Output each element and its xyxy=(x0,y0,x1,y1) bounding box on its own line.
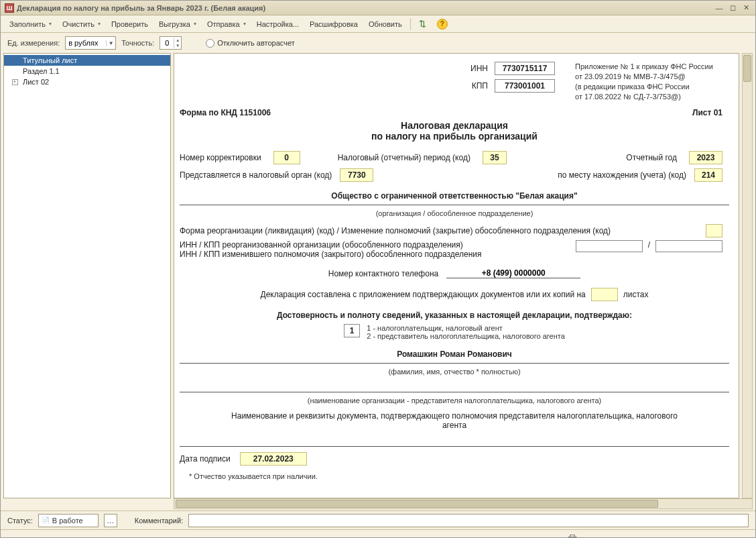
confirm-opt-1: 1 - налогоплательщик, налоговый агент xyxy=(367,324,565,332)
order-line: Приложение № 1 к приказу ФНС России xyxy=(575,62,729,72)
tree-item-sheet-02[interactable]: + Лист 02 xyxy=(4,76,170,87)
spin-down-icon[interactable]: ▼ xyxy=(174,43,181,48)
document-icon: 📄 xyxy=(42,517,50,525)
form-viewport[interactable]: ИНН 7730715117 КПП 773001001 Приложение … xyxy=(174,53,739,498)
window-controls: — ◻ ✕ xyxy=(714,3,751,13)
send-button[interactable]: Отправка xyxy=(202,18,251,30)
confirm-opt-2: 2 - представитель налогоплательщика, нал… xyxy=(367,332,565,340)
print-button[interactable]: Печать xyxy=(561,534,617,539)
print-label: Печать xyxy=(580,536,604,539)
org-subtitle: (организация / обособленное подразделени… xyxy=(180,209,729,217)
form-code-label: Форма по КНД 1151006 xyxy=(180,108,271,117)
autocalc-label: Отключить авторасчет xyxy=(217,39,295,47)
reorg-code-field[interactable] xyxy=(706,224,722,237)
correction-label: Номер корректировки xyxy=(180,153,261,162)
reorg-label: Форма реорганизации (ликвидация) (код) /… xyxy=(180,226,700,235)
status-field[interactable]: 📄 В работе xyxy=(38,514,99,527)
tree-item-label: Титульный лист xyxy=(23,56,77,64)
scrollbar-thumb[interactable] xyxy=(176,500,658,508)
sign-date-label: Дата подписи xyxy=(180,454,231,464)
kpp-field[interactable]: 773001001 xyxy=(495,79,555,93)
options-bar: Ед. измерения: ▼ Точность: ▲ ▼ Отключить… xyxy=(1,33,755,53)
section-tree[interactable]: Титульный лист Раздел 1.1 + Лист 02 xyxy=(3,53,171,498)
declaration-form: ИНН 7730715117 КПП 773001001 Приложение … xyxy=(180,62,729,480)
toolbar-separator xyxy=(410,18,411,30)
refresh-button[interactable]: Обновить xyxy=(364,18,407,30)
order-info: Приложение № 1 к приказу ФНС России от 2… xyxy=(575,62,729,101)
form-wrap: ИНН 7730715117 КПП 773001001 Приложение … xyxy=(174,53,755,498)
close-button[interactable]: Закрыть xyxy=(707,534,749,539)
horizontal-scrollbar[interactable] xyxy=(174,498,753,509)
settings-button[interactable]: Настройка... xyxy=(252,18,304,30)
phone-label: Номер контактного телефона xyxy=(328,269,438,278)
main-area: Титульный лист Раздел 1.1 + Лист 02 ИНН … xyxy=(1,53,755,498)
unit-label: Ед. измерения: xyxy=(7,39,60,47)
confirm-code-field[interactable]: 1 xyxy=(344,324,360,337)
ok-button[interactable]: OK xyxy=(624,534,649,539)
attach-pages-field[interactable] xyxy=(591,288,618,301)
window-title: Декларация по налогу на прибыль за Январ… xyxy=(17,4,714,12)
save-button[interactable]: Записать xyxy=(655,534,700,539)
separator xyxy=(180,363,729,364)
precision-stepper[interactable]: ▲ ▼ xyxy=(160,36,182,50)
authority-field[interactable]: 7730 xyxy=(340,168,373,182)
unit-select[interactable]: ▼ xyxy=(65,36,116,50)
confirm-title: Достоверность и полноту сведений, указан… xyxy=(180,311,729,320)
fill-button[interactable]: Заполнить xyxy=(5,18,56,30)
year-field[interactable]: 2023 xyxy=(689,151,722,164)
separator xyxy=(180,446,729,447)
help-button[interactable]: ? xyxy=(432,17,452,32)
radio-icon xyxy=(206,39,214,48)
inn-field[interactable]: 7730715117 xyxy=(495,62,555,75)
rep-org-subtitle: (наименование организации - представител… xyxy=(180,396,729,405)
location-label: по месту нахождения (учета) (код) xyxy=(558,170,686,180)
attach-label-pre: Декларация составлена с приложением подт… xyxy=(261,290,586,299)
doc-title-2: по налогу на прибыль организаций xyxy=(180,131,729,142)
period-label: Налоговый (отчетный) период (код) xyxy=(338,153,470,162)
order-line: от 23.09.2019 № ММВ-7-3/475@ xyxy=(575,72,729,82)
comment-input[interactable] xyxy=(188,514,749,527)
correction-field[interactable]: 0 xyxy=(273,151,300,164)
expand-icon[interactable]: + xyxy=(11,78,19,86)
kpp-label: КПП xyxy=(472,81,488,91)
reorg-inn-label-2: ИНН / КПП изменившего полномочия (закрыт… xyxy=(180,250,570,259)
export-button[interactable]: Выгрузка xyxy=(154,18,201,30)
sign-date-field[interactable]: 27.02.2023 xyxy=(240,452,307,466)
maximize-icon[interactable]: ◻ xyxy=(727,3,738,13)
reorg-inn-field[interactable] xyxy=(576,240,643,252)
reorg-kpp-field[interactable] xyxy=(655,240,722,252)
separator xyxy=(180,392,729,392)
tree-item-title-page[interactable]: Титульный лист xyxy=(4,55,170,66)
precision-label: Точность: xyxy=(121,39,154,47)
close-icon[interactable]: ✕ xyxy=(741,3,751,13)
scrollbar-thumb[interactable] xyxy=(743,55,751,82)
spin-up-icon[interactable]: ▲ xyxy=(174,38,181,43)
location-field[interactable]: 214 xyxy=(694,168,722,182)
updown-icon: ⇅ xyxy=(419,19,426,29)
period-field[interactable]: 35 xyxy=(483,151,507,164)
separator xyxy=(180,205,729,205)
attach-label-post: листах xyxy=(623,290,649,299)
check-button[interactable]: Проверить xyxy=(107,18,153,30)
minimize-icon[interactable]: — xyxy=(714,3,724,13)
app-icon: Ш xyxy=(5,3,14,13)
phone-field[interactable] xyxy=(446,268,580,278)
autocalc-checkbox[interactable]: Отключить авторасчет xyxy=(206,39,295,48)
rep-doc-label: Наименование и реквизиты документа, подт… xyxy=(180,411,729,430)
tree-item-label: Раздел 1.1 xyxy=(23,67,60,75)
decode-button[interactable]: Расшифровка xyxy=(305,18,363,30)
reorg-inn-label-1: ИНН / КПП реорганизованной организации (… xyxy=(180,240,570,250)
chevron-down-icon[interactable]: ▼ xyxy=(106,40,115,46)
tree-item-section-1-1[interactable]: Раздел 1.1 xyxy=(4,66,170,76)
order-line: (в редакции приказа ФНС России xyxy=(575,82,729,92)
status-picker-button[interactable]: … xyxy=(104,514,117,527)
precision-value[interactable] xyxy=(160,38,174,48)
order-line: от 17.08.2022 № СД-7-3/753@) xyxy=(575,92,729,102)
help-icon: ? xyxy=(437,19,448,30)
unit-value[interactable] xyxy=(66,39,106,47)
clear-button[interactable]: Очистить xyxy=(58,18,105,30)
vertical-scrollbar[interactable] xyxy=(742,53,753,498)
signer-subtitle: (фамилия, имя, отчество * полностью) xyxy=(180,368,729,376)
reorder-button[interactable]: ⇅ xyxy=(414,17,431,31)
authority-label: Представляется в налоговый орган (код) xyxy=(180,170,332,180)
